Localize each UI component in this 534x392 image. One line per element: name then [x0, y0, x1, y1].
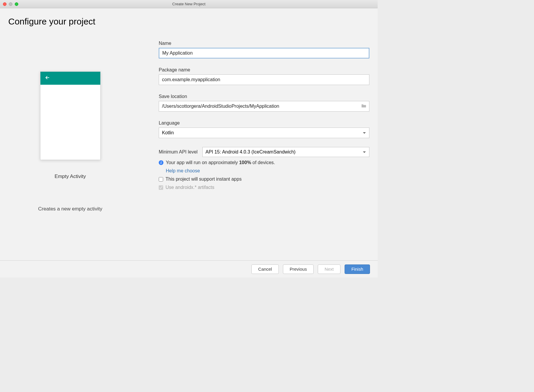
save-location-label: Save location — [159, 94, 369, 99]
language-field-group: Language Kotlin — [159, 120, 369, 138]
window-title: Create New Project — [0, 2, 378, 6]
androidx-checkbox — [159, 185, 163, 190]
finish-button[interactable]: Finish — [345, 264, 370, 274]
info-icon: i — [159, 160, 163, 165]
browse-folder-icon[interactable] — [361, 103, 366, 109]
preview-label: Empty Activity — [55, 174, 86, 179]
save-location-wrapper — [159, 101, 369, 112]
chevron-down-icon — [363, 149, 366, 155]
button-bar: Cancel Previous Next Finish — [0, 260, 378, 277]
form-column: Name Package name Save location — [159, 30, 369, 254]
content: Configure your project Empty Activity Cr… — [0, 8, 378, 277]
save-location-input[interactable] — [159, 101, 369, 112]
instant-apps-label: This project will support instant apps — [166, 177, 242, 182]
chevron-down-icon — [363, 130, 366, 135]
name-field-group: Name — [159, 41, 369, 58]
instant-apps-checkbox-row[interactable]: This project will support instant apps — [159, 177, 369, 182]
previous-button[interactable]: Previous — [283, 264, 314, 274]
api-block: Minimum API level API 15: Android 4.0.3 … — [159, 147, 369, 190]
package-label: Package name — [159, 67, 369, 73]
activity-preview — [40, 71, 101, 160]
help-me-choose-link[interactable]: Help me choose — [166, 168, 369, 174]
language-value: Kotlin — [162, 130, 174, 135]
package-field-group: Package name — [159, 67, 369, 85]
api-level-select[interactable]: API 15: Android 4.0.3 (IceCreamSandwich) — [202, 147, 369, 157]
api-row: Minimum API level API 15: Android 4.0.3 … — [159, 147, 369, 157]
info-text: Your app will run on approximately 100% … — [166, 160, 275, 165]
preview-description: Creates a new empty activity — [38, 206, 102, 212]
language-label: Language — [159, 120, 369, 126]
main-row: Empty Activity Creates a new empty activ… — [0, 30, 378, 260]
device-coverage-info: i Your app will run on approximately 100… — [159, 160, 369, 165]
androidx-checkbox-row: Use androidx.* artifacts — [159, 185, 369, 190]
api-level-label: Minimum API level — [159, 149, 198, 155]
preview-column: Empty Activity Creates a new empty activ… — [8, 30, 132, 254]
name-label: Name — [159, 41, 369, 46]
api-level-value: API 15: Android 4.0.3 (IceCreamSandwich) — [206, 149, 296, 155]
page-header: Configure your project — [0, 8, 378, 30]
page-title: Configure your project — [8, 17, 369, 27]
preview-appbar — [40, 72, 100, 85]
back-arrow-icon — [45, 75, 50, 82]
save-location-field-group: Save location — [159, 94, 369, 112]
name-input[interactable] — [159, 48, 369, 58]
titlebar: Create New Project — [0, 0, 378, 8]
instant-apps-checkbox[interactable] — [159, 177, 163, 182]
next-button: Next — [318, 264, 340, 274]
androidx-label: Use androidx.* artifacts — [166, 185, 214, 190]
language-select[interactable]: Kotlin — [159, 128, 369, 138]
package-input[interactable] — [159, 74, 369, 85]
cancel-button[interactable]: Cancel — [251, 264, 279, 274]
